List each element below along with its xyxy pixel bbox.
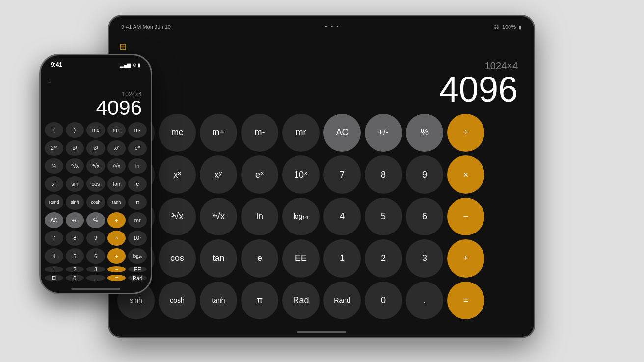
iphone-btn-m_[interactable]: m+ <box>107 122 126 138</box>
iphone-btn-sinh[interactable]: sinh <box>66 194 84 210</box>
ipad: 9:41 AM Mon Jun 10 • • • ⌘ 100% ▮ ⊞ 1024… <box>108 15 535 338</box>
iphone-btn-_[interactable]: ¼ <box>45 158 63 174</box>
iphone-btn-8[interactable]: 8 <box>66 231 84 246</box>
ipad-btn-AC[interactable]: AC <box>323 114 361 152</box>
iphone-btn-5[interactable]: 5 <box>66 248 84 264</box>
ipad-btn-x_[interactable]: xʸ <box>200 155 237 193</box>
ipad-btn-m_[interactable]: m+ <box>200 114 237 152</box>
ipad-toolbar-icon[interactable]: ⊞ <box>119 41 127 52</box>
iphone-btn-_[interactable]: + <box>107 248 126 264</box>
ipad-btn-EE[interactable]: EE <box>282 239 320 277</box>
iphone-btn-sin[interactable]: sin <box>66 176 84 192</box>
iphone-btn-1[interactable]: 1 <box>45 266 63 272</box>
ipad-btn-Rand[interactable]: Rand <box>323 282 361 319</box>
iphone-btn-Rand[interactable]: Rand <box>45 194 63 210</box>
ipad-btn-8[interactable]: 8 <box>365 155 402 193</box>
iphone-btn-_[interactable]: % <box>86 212 105 228</box>
iphone-btn-x_[interactable]: x³ <box>86 140 105 156</box>
iphone-btn-3[interactable]: 3 <box>86 266 105 272</box>
ipad-btn-x_[interactable]: x³ <box>159 155 196 193</box>
ipad-btn-tanh[interactable]: tanh <box>200 282 237 319</box>
ipad-btn-cos[interactable]: cos <box>159 239 196 277</box>
iphone-btn-_[interactable]: ) <box>66 122 84 138</box>
ipad-btn-_[interactable]: − <box>447 198 484 235</box>
ipad-btn-m_[interactable]: m- <box>241 114 278 152</box>
iphone-top-bar: 9:41 ▂▄▆ ⊙ ▮ <box>41 55 151 74</box>
ipad-display: 1024×4 4096 <box>117 55 526 114</box>
iphone-btn-0[interactable]: 0 <box>66 275 84 281</box>
iphone-btn-_[interactable]: ( <box>45 122 63 138</box>
ipad-btn-5[interactable]: 5 <box>365 198 402 235</box>
iphone-btn-6[interactable]: 6 <box>86 248 105 264</box>
iphone-btn-_[interactable]: − <box>107 266 126 272</box>
ipad-btn-_[interactable]: × <box>447 155 484 193</box>
iphone-display: 1024×4 4096 <box>45 88 147 122</box>
iphone-btn-ln[interactable]: ln <box>128 158 147 174</box>
iphone-btn-_[interactable]: = <box>107 275 126 281</box>
iphone-btn-_[interactable]: × <box>107 231 126 246</box>
iphone-btn-9[interactable]: 9 <box>86 231 105 246</box>
ipad-btn-e_[interactable]: eˣ <box>241 155 278 193</box>
ipad-btn-Rad[interactable]: Rad <box>282 282 320 319</box>
iphone-btn-___[interactable]: +/- <box>66 212 84 228</box>
ipad-btn-7[interactable]: 7 <box>323 155 361 193</box>
iphone-menu-icon[interactable]: ≡ <box>48 78 52 85</box>
ipad-btn-__x[interactable]: ³√x <box>159 198 196 235</box>
iphone-btn-10_[interactable]: 10ˣ <box>128 231 147 246</box>
ipad-btn-tan[interactable]: tan <box>200 239 237 277</box>
iphone-btn-x_[interactable]: x! <box>45 176 63 192</box>
ipad-btn-3[interactable]: 3 <box>406 239 443 277</box>
ipad-btn-0[interactable]: 0 <box>365 282 402 319</box>
ipad-btn-10_[interactable]: 10ˣ <box>282 155 320 193</box>
ipad-btn-cosh[interactable]: cosh <box>159 282 196 319</box>
iphone-btn-tanh[interactable]: tanh <box>107 194 126 210</box>
iphone-btn-tan[interactable]: tan <box>107 176 126 192</box>
ipad-btn-ln[interactable]: ln <box>241 198 278 235</box>
iphone-btn-_[interactable]: . <box>86 275 105 281</box>
ipad-btn-___[interactable]: +/- <box>365 114 402 152</box>
iphone-btn-m_[interactable]: m- <box>128 122 147 138</box>
iphone-btn-Rad[interactable]: Rad <box>128 275 147 281</box>
ipad-btn-6[interactable]: 6 <box>406 198 443 235</box>
iphone-btn-cosh[interactable]: cosh <box>86 194 105 210</box>
ipad-btn-_[interactable]: % <box>406 114 443 152</box>
ipad-btn-4[interactable]: 4 <box>323 198 361 235</box>
iphone-btn-7[interactable]: 7 <box>45 231 63 246</box>
iphone-btn-EE[interactable]: EE <box>128 266 147 272</box>
iphone-btn-e[interactable]: e <box>128 176 147 192</box>
iphone-btn-cos[interactable]: cos <box>86 176 105 192</box>
iphone-time: 9:41 <box>51 61 62 68</box>
iphone-btn-_[interactable]: ⊟ <box>45 275 63 281</box>
iphone-btn-2__[interactable]: 2ⁿᵈ <box>45 140 63 156</box>
iphone-btn-__x[interactable]: ²√x <box>66 158 84 174</box>
iphone-btn-mr[interactable]: mr <box>128 212 147 228</box>
iphone-status-icons: ▂▄▆ ⊙ ▮ <box>120 62 141 68</box>
iphone-btn-__x[interactable]: ʸ√x <box>107 158 126 174</box>
ipad-btn-mc[interactable]: mc <box>159 114 196 152</box>
iphone-home-indicator <box>41 285 151 293</box>
ipad-btn-1[interactable]: 1 <box>323 239 361 277</box>
ipad-btn-__x[interactable]: ʸ√x <box>200 198 237 235</box>
iphone-btn-AC[interactable]: AC <box>45 212 63 228</box>
ipad-btn-e[interactable]: e <box>241 239 278 277</box>
iphone-btn-mc[interactable]: mc <box>86 122 105 138</box>
ipad-btn-_[interactable]: = <box>447 282 484 319</box>
ipad-btn-_[interactable]: . <box>406 282 443 319</box>
ipad-btn-_[interactable]: π <box>241 282 278 319</box>
ipad-btn-_[interactable]: + <box>447 239 484 277</box>
ipad-btn-log__[interactable]: log₁₀ <box>282 198 320 235</box>
iphone-btn-2[interactable]: 2 <box>66 266 84 272</box>
iphone-calc-body: 1024×4 4096 ()mcm+m-2ⁿᵈx²x³xʸeˣ¼²√x³√xʸ√… <box>41 88 151 285</box>
iphone-btn-log__[interactable]: log₁₀ <box>128 248 147 264</box>
iphone-btn-e_[interactable]: eˣ <box>128 140 147 156</box>
ipad-btn-mr[interactable]: mr <box>282 114 320 152</box>
iphone-btn-_[interactable]: ÷ <box>107 212 126 228</box>
ipad-btn-9[interactable]: 9 <box>406 155 443 193</box>
ipad-btn-_[interactable]: ÷ <box>447 114 484 152</box>
iphone-btn-x_[interactable]: x² <box>66 140 84 156</box>
iphone-btn-_[interactable]: π <box>128 194 147 210</box>
iphone-btn-__x[interactable]: ³√x <box>86 158 105 174</box>
iphone-btn-x_[interactable]: xʸ <box>107 140 126 156</box>
iphone-btn-4[interactable]: 4 <box>45 248 63 264</box>
ipad-btn-2[interactable]: 2 <box>365 239 402 277</box>
